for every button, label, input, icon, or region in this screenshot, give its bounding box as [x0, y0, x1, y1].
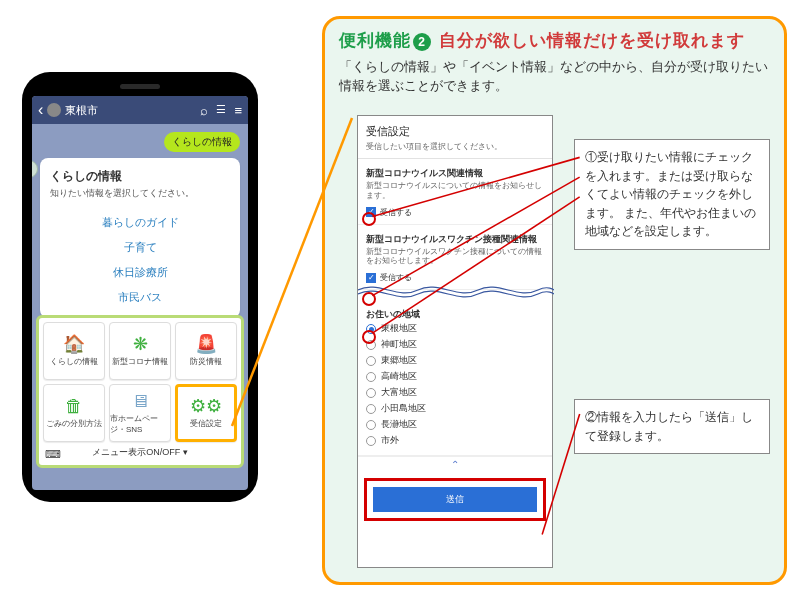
- checkbox-checked-icon: [366, 207, 376, 217]
- region-label-text: 大富地区: [381, 387, 417, 399]
- hamburger-icon[interactable]: [234, 103, 242, 118]
- region-label-text: 東郷地区: [381, 355, 417, 367]
- phone-mockup: 東根市 くらしの情報 くらしの情報 知りたい情報を選択してください。 暮らしのガ…: [22, 72, 258, 502]
- region-label-text: 高崎地区: [381, 371, 417, 383]
- receive-checkbox[interactable]: 受信する: [366, 207, 544, 218]
- region-option[interactable]: 東根地区: [366, 321, 544, 337]
- region-section: お住いの地域 東根地区神町地区東郷地区高崎地区大富地区小田島地区長瀞地区市外: [358, 290, 552, 456]
- radio-icon: [366, 372, 376, 382]
- region-option[interactable]: 市外: [366, 433, 544, 449]
- menu-tile[interactable]: 🖥市ホームページ・SNS: [109, 384, 171, 442]
- card-title: くらしの情報: [50, 168, 230, 185]
- tile-label: 受信設定: [190, 418, 222, 429]
- tile-label: 新型コロナ情報: [112, 356, 168, 367]
- region-option[interactable]: 東郷地区: [366, 353, 544, 369]
- menu-grid-area: 🏠くらしの情報❋新型コロナ情報🚨防災情報🗑ごみの分別方法🖥市ホームページ・SNS…: [36, 315, 244, 468]
- tile-receive-settings[interactable]: ⚙⚙受信設定: [175, 384, 237, 442]
- card-link[interactable]: 子育て: [50, 235, 230, 260]
- tile-icon: 🗑: [65, 397, 83, 415]
- region-option[interactable]: 神町地区: [366, 337, 544, 353]
- region-label-text: 市外: [381, 435, 399, 447]
- phone-speaker: [120, 84, 160, 89]
- feature-subtitle: 「くらしの情報」や「イベント情報」などの中から、自分が受け取りたい情報を選ぶこと…: [339, 58, 770, 96]
- tile-label: くらしの情報: [50, 356, 98, 367]
- region-label-text: 神町地区: [381, 339, 417, 351]
- section-desc: 新型コロナウイルスについての情報をお知らせします。: [366, 181, 544, 201]
- settings-section: 新型コロナウイルスワクチン接種関連情報 新型コロナウイルスワクチン接種についての…: [358, 225, 552, 291]
- card-subtitle: 知りたい情報を選択してください。: [50, 187, 230, 200]
- back-icon[interactable]: [38, 102, 43, 118]
- menu-tile[interactable]: 🗑ごみの分別方法: [43, 384, 105, 442]
- tile-icon: ⚙⚙: [190, 397, 222, 415]
- app-bar: 東根市: [32, 96, 248, 124]
- card-link[interactable]: 暮らしのガイド: [50, 210, 230, 235]
- menu-tile[interactable]: 🚨防災情報: [175, 322, 237, 380]
- feature-label-prefix: 便利機能: [339, 31, 411, 50]
- info-card: くらしの情報 知りたい情報を選択してください。 暮らしのガイド 子育て 休日診療…: [40, 158, 240, 318]
- radio-icon: [366, 436, 376, 446]
- chat-area: くらしの情報 くらしの情報 知りたい情報を選択してください。 暮らしのガイド 子…: [32, 124, 248, 326]
- list-icon[interactable]: [216, 103, 226, 118]
- radio-icon: [366, 404, 376, 414]
- feature-title: 便利機能2 自分が欲しい情報だけを受け取れます: [339, 29, 770, 52]
- keyboard-icon[interactable]: ⌨: [45, 448, 61, 461]
- receive-label: 受信する: [380, 207, 412, 218]
- tile-icon: 🖥: [131, 392, 149, 410]
- settings-title: 受信設定: [366, 124, 544, 139]
- tile-label: ごみの分別方法: [46, 418, 102, 429]
- region-label-text: 東根地区: [381, 323, 417, 335]
- region-label: お住いの地域: [366, 308, 544, 321]
- note-text: ②情報を入力したら「送信」して登録します。: [585, 410, 753, 443]
- radio-selected-icon: [366, 324, 376, 334]
- feature-badge: 2: [413, 33, 431, 51]
- submit-button[interactable]: 送信: [373, 487, 537, 512]
- callout-note-2: ②情報を入力したら「送信」して登録します。: [574, 399, 770, 454]
- section-title: 新型コロナウイルスワクチン接種関連情報: [366, 233, 544, 246]
- tile-label: 防災情報: [190, 356, 222, 367]
- region-label-text: 長瀞地区: [381, 419, 417, 431]
- region-label-text: 小田島地区: [381, 403, 426, 415]
- tile-icon: 🚨: [195, 335, 217, 353]
- menu-tile[interactable]: ❋新型コロナ情報: [109, 322, 171, 380]
- settings-section: 新型コロナウイルス関連情報 新型コロナウイルスについての情報をお知らせします。 …: [358, 159, 552, 225]
- settings-subtitle: 受信したい項目を選択してください。: [366, 141, 544, 152]
- tile-icon: ❋: [133, 335, 148, 353]
- note-text: ①受け取りたい情報にチェックを入れます。または受け取らなくてよい情報のチェックを…: [585, 150, 756, 238]
- feature-panel: 便利機能2 自分が欲しい情報だけを受け取れます 「くらしの情報」や「イベント情報…: [322, 16, 787, 585]
- radio-icon: [366, 356, 376, 366]
- menu-tile[interactable]: 🏠くらしの情報: [43, 322, 105, 380]
- radio-icon: [366, 420, 376, 430]
- section-title: 新型コロナウイルス関連情報: [366, 167, 544, 180]
- feature-headline: 自分が欲しい情報だけを受け取れます: [439, 31, 745, 50]
- bot-avatar-icon: [32, 160, 38, 178]
- region-option[interactable]: 高崎地区: [366, 369, 544, 385]
- region-option[interactable]: 小田島地区: [366, 401, 544, 417]
- search-icon[interactable]: [200, 103, 208, 118]
- menu-toggle[interactable]: メニュー表示ON/OFF ▾: [43, 442, 237, 461]
- chat-avatar-icon: [47, 103, 61, 117]
- section-desc: 新型コロナウイルスワクチン接種についての情報をお知らせします。: [366, 247, 544, 267]
- user-bubble: くらしの情報: [164, 132, 240, 152]
- card-links: 暮らしのガイド 子育て 休日診療所 市民バス: [50, 210, 230, 310]
- card-link[interactable]: 市民バス: [50, 285, 230, 310]
- card-link[interactable]: 休日診療所: [50, 260, 230, 285]
- app-bar-title: 東根市: [65, 103, 98, 118]
- receive-checkbox[interactable]: 受信する: [366, 272, 544, 283]
- radio-icon: [366, 388, 376, 398]
- tile-label: 市ホームページ・SNS: [110, 413, 170, 435]
- submit-highlight: 送信: [364, 478, 546, 521]
- receive-label: 受信する: [380, 272, 412, 283]
- region-option[interactable]: 大富地区: [366, 385, 544, 401]
- callout-note-1: ①受け取りたい情報にチェックを入れます。または受け取らなくてよい情報のチェックを…: [574, 139, 770, 250]
- tile-icon: 🏠: [63, 335, 85, 353]
- region-option[interactable]: 長瀞地区: [366, 417, 544, 433]
- checkbox-checked-icon: [366, 273, 376, 283]
- settings-card: 受信設定 受信したい項目を選択してください。 新型コロナウイルス関連情報 新型コ…: [357, 115, 553, 568]
- expand-prev-icon[interactable]: ⌃: [358, 456, 552, 472]
- settings-header: 受信設定 受信したい項目を選択してください。: [358, 116, 552, 159]
- phone-screen: 東根市 くらしの情報 くらしの情報 知りたい情報を選択してください。 暮らしのガ…: [32, 96, 248, 490]
- radio-icon: [366, 340, 376, 350]
